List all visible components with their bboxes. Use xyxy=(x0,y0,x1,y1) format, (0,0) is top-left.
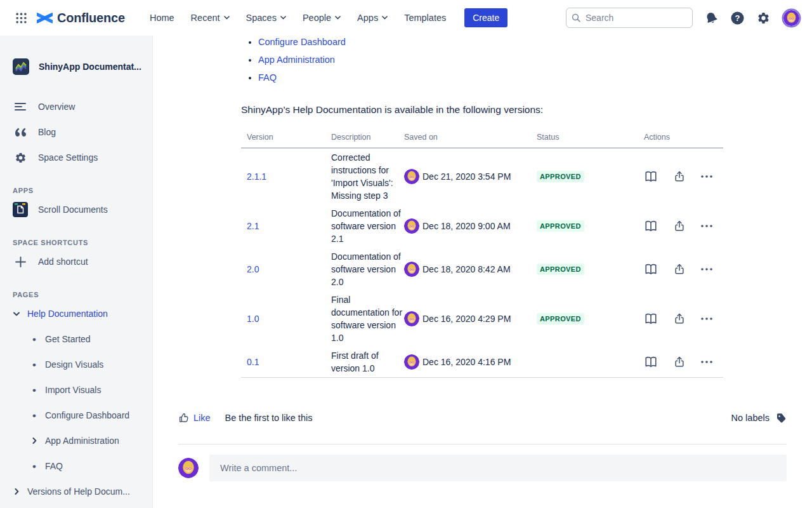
sidebar: ShinyApp Documentat... Overview Blog Sp xyxy=(0,36,153,508)
chevron-down-icon xyxy=(382,16,388,20)
column-header-saved-on: Saved on xyxy=(404,133,537,142)
book-icon[interactable] xyxy=(644,356,658,368)
more-icon[interactable] xyxy=(701,225,712,227)
intro-text: ShinyApp’s Help Documentation is availab… xyxy=(241,104,723,116)
book-icon[interactable] xyxy=(644,220,658,232)
more-icon[interactable] xyxy=(701,361,712,363)
user-avatar[interactable] xyxy=(783,10,799,26)
confluence-logo[interactable]: Confluence xyxy=(37,10,125,26)
sidebar-item-scroll-documents[interactable]: Scroll Documents xyxy=(13,197,146,222)
tree-item-label: Configure Dashboard xyxy=(45,410,129,420)
sidebar-item-label: Space Settings xyxy=(38,152,98,163)
list-item: Configure Dashboard xyxy=(258,37,723,55)
bullet-icon: • xyxy=(30,334,38,345)
export-icon[interactable] xyxy=(673,312,686,325)
plus-icon xyxy=(13,257,28,267)
export-icon[interactable] xyxy=(673,356,686,368)
sidebar-item-label: Blog xyxy=(38,127,56,137)
labels-button[interactable]: No labels xyxy=(731,412,787,424)
tree-item-get-started[interactable]: • Get Started xyxy=(13,326,146,352)
help-icon[interactable]: ? xyxy=(730,11,745,25)
sidebar-item-label: Add shortcut xyxy=(38,257,88,267)
sidebar-item-space-settings[interactable]: Space Settings xyxy=(13,145,146,170)
table-row: 2.1.1 Corrected instructions for 'Import… xyxy=(241,149,723,204)
like-button[interactable]: Like xyxy=(178,412,211,424)
list-item: FAQ xyxy=(258,72,723,90)
version-link[interactable]: 0.1 xyxy=(247,357,259,367)
bullet-icon: • xyxy=(30,359,38,370)
search-input[interactable] xyxy=(566,8,693,28)
create-button[interactable]: Create xyxy=(464,8,508,27)
status-badge: APPROVED xyxy=(537,171,584,182)
book-icon[interactable] xyxy=(644,170,658,183)
bullet-icon: • xyxy=(30,410,38,421)
toc-link-app-administration[interactable]: App Administration xyxy=(258,55,335,65)
add-shortcut-button[interactable]: Add shortcut xyxy=(13,249,146,274)
comment-section xyxy=(178,444,787,481)
more-icon[interactable] xyxy=(701,175,712,178)
nav-label: Home xyxy=(150,13,174,23)
more-icon[interactable] xyxy=(701,318,712,320)
chevron-down-icon[interactable] xyxy=(13,312,20,316)
tree-item-label: FAQ xyxy=(45,461,63,471)
avatar xyxy=(404,354,419,370)
saved-on-date: Dec 16, 2020 4:16 PM xyxy=(422,357,511,367)
export-icon[interactable] xyxy=(673,220,686,232)
chevron-right-icon[interactable] xyxy=(13,488,20,495)
nav-item-people[interactable]: People xyxy=(294,8,349,28)
tree-item-design-visuals[interactable]: • Design Visuals xyxy=(13,352,146,377)
like-label: Like xyxy=(193,413,211,423)
nav-item-home[interactable]: Home xyxy=(141,8,183,28)
avatar xyxy=(404,262,419,277)
export-icon[interactable] xyxy=(673,170,686,183)
like-row: Like Be the first to like this No labels xyxy=(178,408,787,427)
table-row: 2.0 Documentation of software version 2.… xyxy=(241,248,723,291)
overview-icon xyxy=(13,102,28,111)
sidebar-item-overview[interactable]: Overview xyxy=(13,94,146,119)
status-badge: APPROVED xyxy=(537,264,584,275)
nav-item-apps[interactable]: Apps xyxy=(349,8,396,28)
bullet-icon: • xyxy=(30,385,38,396)
column-header-actions: Actions xyxy=(638,133,723,142)
sidebar-item-label: Overview xyxy=(38,102,75,112)
more-icon[interactable] xyxy=(701,268,712,271)
saved-on-date: Dec 21, 2020 3:54 PM xyxy=(422,171,511,182)
notifications-icon[interactable] xyxy=(705,11,718,25)
chevron-right-icon[interactable] xyxy=(30,438,38,444)
tree-item-configure-dashboard[interactable]: • Configure Dashboard xyxy=(13,403,146,428)
tree-item-label: App Administration xyxy=(45,436,119,446)
tree-item-help-documentation[interactable]: Help Documentation xyxy=(13,301,146,326)
version-link[interactable]: 2.1 xyxy=(247,221,259,231)
tree-item-app-administration[interactable]: App Administration xyxy=(13,428,146,453)
table-row: 2.1 Documentation of software version 2.… xyxy=(241,204,723,248)
nav-label: People xyxy=(303,13,331,23)
sidebar-item-blog[interactable]: Blog xyxy=(13,119,146,145)
toc-link-configure-dashboard[interactable]: Configure Dashboard xyxy=(258,37,346,47)
book-icon[interactable] xyxy=(644,263,658,276)
comment-input[interactable] xyxy=(209,455,787,481)
version-link[interactable]: 2.0 xyxy=(247,264,259,274)
nav-item-spaces[interactable]: Spaces xyxy=(238,8,294,28)
nav-item-templates[interactable]: Templates xyxy=(396,8,454,28)
space-name: ShinyApp Documentat... xyxy=(39,62,141,72)
nav-label: Recent xyxy=(191,13,220,23)
version-description: Documentation of software version 2.1 xyxy=(331,207,404,245)
nav-label: Templates xyxy=(404,13,446,23)
nav-item-recent[interactable]: Recent xyxy=(183,8,238,28)
tree-item-versions-of-help-documentation[interactable]: Versions of Help Docum... xyxy=(13,479,146,504)
space-header[interactable]: ShinyApp Documentat... xyxy=(13,58,146,75)
avatar xyxy=(404,218,419,234)
book-icon[interactable] xyxy=(644,312,658,325)
tree-item-faq[interactable]: • FAQ xyxy=(13,453,146,479)
version-link[interactable]: 2.1.1 xyxy=(247,171,266,182)
search-box xyxy=(566,8,693,28)
settings-icon[interactable] xyxy=(757,11,770,25)
toc-link-faq[interactable]: FAQ xyxy=(258,72,277,83)
app-switcher-icon[interactable] xyxy=(13,10,29,26)
version-description: Corrected instructions for 'Import Visua… xyxy=(331,151,404,202)
topnav-right: ? xyxy=(693,10,799,26)
table-header: Version Description Saved on Status Acti… xyxy=(241,129,723,149)
version-link[interactable]: 1.0 xyxy=(247,314,259,324)
export-icon[interactable] xyxy=(673,263,686,276)
tree-item-import-visuals[interactable]: • Import Visuals xyxy=(13,377,146,403)
